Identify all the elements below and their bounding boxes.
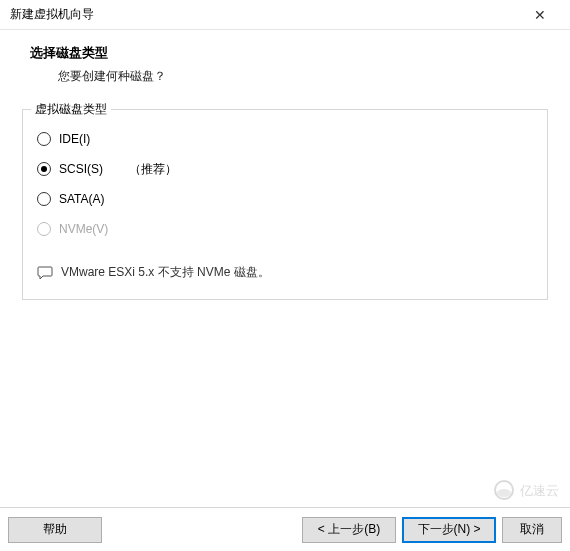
- radio-icon: [37, 132, 51, 146]
- page-heading: 选择磁盘类型: [30, 44, 570, 62]
- radio-option-scsi[interactable]: SCSI(S) （推荐）: [37, 154, 533, 184]
- svg-text:亿速云: 亿速云: [519, 483, 559, 498]
- page-subtitle: 您要创建何种磁盘？: [58, 68, 570, 85]
- wizard-body: 虚拟磁盘类型 IDE(I) SCSI(S) （推荐） SATA(A) NVMe(…: [0, 109, 570, 300]
- radio-icon: [37, 222, 51, 236]
- wizard-header: 选择磁盘类型 您要创建何种磁盘？: [0, 30, 570, 99]
- radio-option-nvme: NVMe(V): [37, 214, 533, 244]
- recommended-tag: （推荐）: [129, 161, 177, 178]
- radio-option-sata[interactable]: SATA(A): [37, 184, 533, 214]
- close-icon: ✕: [534, 7, 546, 23]
- radio-label: NVMe(V): [59, 222, 108, 236]
- close-button[interactable]: ✕: [520, 1, 560, 29]
- radio-icon: [37, 162, 51, 176]
- radio-option-ide[interactable]: IDE(I): [37, 124, 533, 154]
- svg-point-0: [495, 481, 513, 499]
- info-message: VMware ESXi 5.x 不支持 NVMe 磁盘。: [37, 264, 533, 281]
- cancel-button[interactable]: 取消: [502, 517, 562, 543]
- wizard-footer: 帮助 < 上一步(B) 下一步(N) > 取消: [0, 507, 570, 551]
- radio-icon: [37, 192, 51, 206]
- info-text: VMware ESXi 5.x 不支持 NVMe 磁盘。: [61, 264, 270, 281]
- disk-type-group: 虚拟磁盘类型 IDE(I) SCSI(S) （推荐） SATA(A) NVMe(…: [22, 109, 548, 300]
- chat-info-icon: [37, 266, 53, 280]
- next-button[interactable]: 下一步(N) >: [402, 517, 496, 543]
- group-legend: 虚拟磁盘类型: [31, 101, 111, 118]
- help-button[interactable]: 帮助: [8, 517, 102, 543]
- radio-label: SCSI(S): [59, 162, 103, 176]
- back-button[interactable]: < 上一步(B): [302, 517, 396, 543]
- window-title: 新建虚拟机向导: [10, 6, 94, 23]
- titlebar: 新建虚拟机向导 ✕: [0, 0, 570, 30]
- radio-label: SATA(A): [59, 192, 105, 206]
- radio-label: IDE(I): [59, 132, 90, 146]
- watermark-logo: 亿速云: [492, 475, 564, 505]
